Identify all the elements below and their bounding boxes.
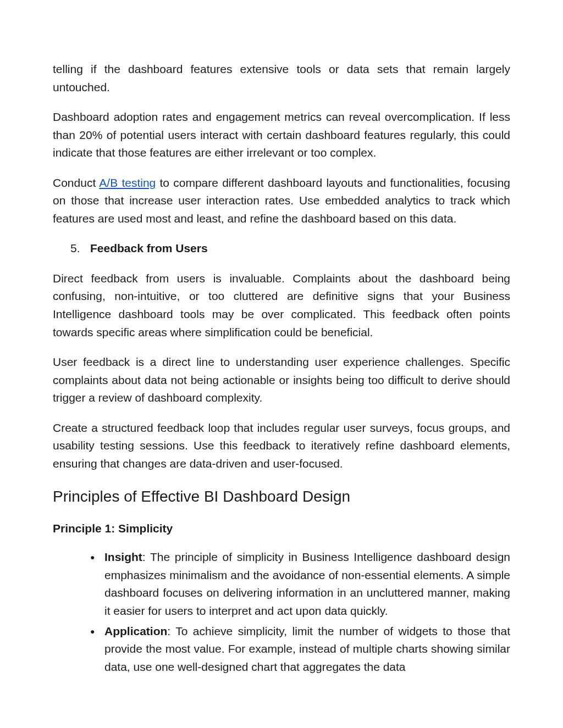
list-item-label: Feedback from Users	[90, 242, 208, 254]
body-paragraph: telling if the dashboard features extens…	[53, 60, 510, 96]
body-paragraph: User feedback is a direct line to unders…	[53, 353, 510, 407]
bullet-label-insight: Insight	[104, 551, 142, 563]
bullet-text: : The principle of simplicity in Busines…	[104, 551, 510, 617]
list-item: Insight: The principle of simplicity in …	[90, 548, 510, 620]
principle-1-bullets: Insight: The principle of simplicity in …	[90, 548, 510, 676]
bullet-label-application: Application	[104, 625, 167, 637]
list-item: Application: To achieve simplicity, limi…	[90, 623, 510, 676]
list-item-5-feedback: 5. Feedback from Users	[90, 240, 510, 258]
principle-1-title: Principle 1: Simplicity	[53, 520, 510, 538]
body-paragraph: Create a structured feedback loop that i…	[53, 419, 510, 473]
body-paragraph: Dashboard adoption rates and engagement …	[53, 108, 510, 162]
section-heading-principles: Principles of Effective BI Dashboard Des…	[53, 485, 510, 508]
ab-testing-link[interactable]: A/B testing	[99, 176, 156, 189]
text-fragment: Conduct	[53, 176, 99, 189]
body-paragraph: Conduct A/B testing to compare different…	[53, 174, 510, 228]
list-number: 5.	[70, 240, 80, 258]
body-paragraph: Direct feedback from users is invaluable…	[53, 270, 510, 341]
